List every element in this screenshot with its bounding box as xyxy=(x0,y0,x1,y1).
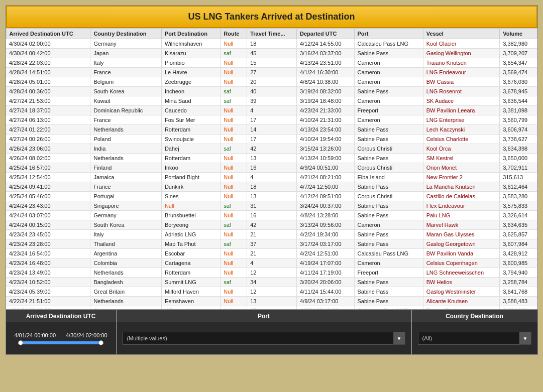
table-cell: Kuwait xyxy=(90,96,162,106)
table-row: 4/22/24 21:51:00NetherlandsEemshavenNull… xyxy=(6,297,537,306)
table-cell: Cameron xyxy=(354,258,423,268)
table-cell: 4/22/24 21:51:00 xyxy=(6,297,90,306)
data-table-wrapper[interactable]: Arrived Destination UTC Country Destinat… xyxy=(6,28,537,309)
table-cell: Inkoo xyxy=(161,163,220,173)
table-cell: 4/24/24 00:15:00 xyxy=(6,220,90,230)
col-vessel[interactable]: Vessel xyxy=(423,29,500,39)
col-departed[interactable]: Departed UTC xyxy=(297,29,355,39)
table-cell: 3,654,347 xyxy=(500,58,537,68)
country-dropdown-arrow[interactable]: ▼ xyxy=(519,332,531,345)
table-cell: Netherlands xyxy=(90,125,162,135)
col-port[interactable]: Port xyxy=(354,29,423,39)
table-cell: Germany xyxy=(90,39,162,49)
main-container: US LNG Tankers Arrived at Destination Ar… xyxy=(6,5,538,355)
table-row: 4/24/24 00:15:00South KoreaBoryeongsaf42… xyxy=(6,220,537,230)
table-cell: 4/26/24 08:02:00 xyxy=(6,154,90,163)
country-select[interactable]: (All) xyxy=(418,332,519,345)
table-cell: Palu LNG xyxy=(423,211,500,220)
table-cell: 3,636,544 xyxy=(500,96,537,106)
bottom-bar: Arrived Destination UTC 4/01/24 00:00:00… xyxy=(6,309,537,354)
table-cell: 4 xyxy=(247,106,297,115)
port-dropdown-arrow[interactable]: ▼ xyxy=(393,332,405,345)
table-cell: Thailand xyxy=(90,239,162,249)
table-cell: 4/23/24 10:52:00 xyxy=(6,278,90,287)
col-route[interactable]: Route xyxy=(221,29,247,39)
table-cell: Poland xyxy=(90,135,162,144)
table-cell: 3/13/24 09:56:00 xyxy=(297,220,355,230)
table-cell: Null xyxy=(221,163,247,173)
table-row: 4/27/24 01:22:00NetherlandsRotterdamNull… xyxy=(6,125,537,135)
table-cell: India xyxy=(90,144,162,154)
table-cell: 3,382,980 xyxy=(500,39,537,49)
filter-arrived-label: Arrived Destination UTC xyxy=(6,310,116,322)
table-cell: 4/23/24 16:48:00 xyxy=(6,258,90,268)
table-cell: Rotterdam xyxy=(161,268,220,278)
col-arrived[interactable]: Arrived Destination UTC xyxy=(6,29,90,39)
date-slider-track[interactable] xyxy=(18,341,103,344)
table-cell: Null xyxy=(221,135,247,144)
table-cell: Null xyxy=(221,77,247,87)
table-cell: Kisarazu xyxy=(161,49,220,58)
table-row: 4/27/24 18:37:00Dominican RepublicCauced… xyxy=(6,106,537,115)
table-cell: 3/19/24 08:32:00 xyxy=(297,87,355,96)
table-cell: 3,575,833 xyxy=(500,201,537,211)
table-row: 4/23/24 16:54:00ArgentinaEscobarNull214/… xyxy=(6,249,537,258)
table-cell: Lech Kaczynski xyxy=(423,125,500,135)
table-cell: 4/26/24 23:06:00 xyxy=(6,144,90,154)
slider-thumb-right[interactable] xyxy=(98,340,103,345)
table-cell: Gaslog Wellington xyxy=(423,49,500,58)
table-cell: France xyxy=(90,182,162,192)
table-cell: 3/19/24 18:48:00 xyxy=(297,96,355,106)
table-cell: 3,634,398 xyxy=(500,144,537,154)
col-volume[interactable]: Volume xyxy=(500,29,537,39)
table-cell: Null xyxy=(221,192,247,201)
table-cell: 4/24/24 23:43:00 xyxy=(6,201,90,211)
filter-port-label: Port xyxy=(117,310,411,322)
table-cell: 3,560,799 xyxy=(500,115,537,125)
table-cell: 4/28/24 14:51:00 xyxy=(6,68,90,77)
table-cell: 39 xyxy=(247,96,297,106)
table-cell: 3,709,207 xyxy=(500,49,537,58)
table-cell: saf xyxy=(221,201,247,211)
table-cell: 4/9/24 03:17:00 xyxy=(297,297,355,306)
table-cell: 3,607,984 xyxy=(500,239,537,249)
table-cell: Wilhelmshaven xyxy=(161,39,220,49)
col-country[interactable]: Country Destination xyxy=(90,29,162,39)
col-port-dest[interactable]: Port Destination xyxy=(161,29,220,39)
table-cell: Sabine Pass xyxy=(354,287,423,297)
table-cell: 4/21/24 08:21:00 xyxy=(297,173,355,182)
table-cell: Alicante Knutsen xyxy=(423,297,500,306)
table-cell: 3,381,098 xyxy=(500,106,537,115)
table-cell: Caucedo xyxy=(161,106,220,115)
table-cell: Sabine Pass xyxy=(354,239,423,249)
col-travel[interactable]: Travel Time... xyxy=(247,29,297,39)
table-cell: Corpus Christi xyxy=(354,192,423,201)
table-cell: saf xyxy=(221,49,247,58)
table-cell: 4/30/24 02:00:00 xyxy=(6,39,90,49)
table-cell: Null xyxy=(221,182,247,192)
table-cell: Le Havre xyxy=(161,68,220,77)
country-dropdown-wrapper: (All) ▼ xyxy=(415,332,534,345)
table-cell: 4/7/24 12:50:00 xyxy=(297,182,355,192)
table-header-row: Arrived Destination UTC Country Destinat… xyxy=(6,29,537,39)
table-cell: 45 xyxy=(247,49,297,58)
table-cell: 3,258,784 xyxy=(500,278,537,287)
table-cell: Dominican Republic xyxy=(90,106,162,115)
table-cell: 4/23/24 23:28:00 xyxy=(6,239,90,249)
port-select[interactable]: (Multiple values) xyxy=(123,332,393,345)
table-cell: Celsius Copenhagen xyxy=(423,258,500,268)
table-cell: Kool Glacier xyxy=(423,39,500,49)
table-cell: Boryeong xyxy=(161,220,220,230)
table-cell: Null xyxy=(161,201,220,211)
table-cell: La Mancha Knutsen xyxy=(423,182,500,192)
table-cell: Traiano Knutsen xyxy=(423,58,500,68)
slider-thumb-left[interactable] xyxy=(18,340,23,345)
table-cell: Null xyxy=(221,306,247,310)
table-cell: 4/1/24 16:30:00 xyxy=(297,68,355,77)
table-cell: 3,678,945 xyxy=(500,87,537,96)
page-title: US LNG Tankers Arrived at Destination xyxy=(6,6,537,28)
table-cell: 4/25/24 09:41:00 xyxy=(6,182,90,192)
table-cell: 4/13/24 10:59:00 xyxy=(297,154,355,163)
table-cell: Sabine Pass xyxy=(354,49,423,58)
table-cell: Null xyxy=(221,173,247,182)
